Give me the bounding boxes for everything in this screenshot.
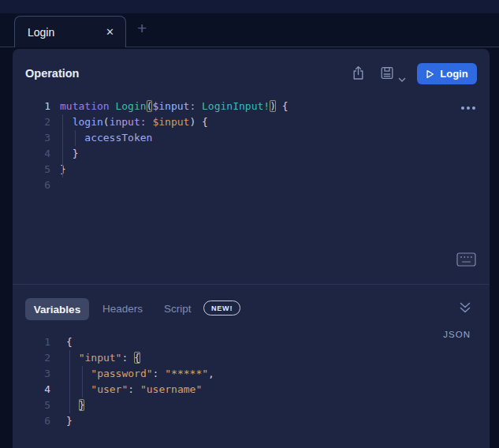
bottom-panel-tabs: Variables Headers Script NEW! [13, 298, 490, 320]
panel-divider [13, 284, 490, 285]
code-line[interactable]: 1mutation Login($input: LoginInput!) { [13, 99, 490, 114]
code-line[interactable]: 5} [13, 162, 490, 177]
line-number: 6 [13, 413, 50, 429]
line-number: 2 [13, 114, 50, 130]
run-button-label: Login [440, 68, 467, 80]
line-number: 1 [13, 334, 50, 350]
operation-card: Operation Login 1mutation Login($input: … [13, 49, 490, 448]
line-number: 3 [13, 130, 50, 146]
code-line[interactable]: 6} [13, 413, 490, 429]
code-text: } [66, 413, 73, 429]
code-text: mutation Login($input: LoginInput!) { [60, 99, 289, 114]
line-number: 5 [13, 398, 50, 413]
code-line[interactable]: 1{ [13, 334, 490, 350]
keyboard-shortcuts-icon[interactable] [456, 252, 476, 270]
code-text: "user": "username" [66, 382, 202, 398]
line-number: 5 [13, 162, 50, 177]
indent-guide [62, 114, 63, 177]
code-line[interactable]: 6 [13, 177, 490, 193]
code-line[interactable]: 2 login(input: $input) { [13, 114, 490, 130]
tab-login[interactable]: Login ✕ [14, 16, 126, 47]
code-text: "input": { [66, 350, 140, 366]
top-toolbar-strip [0, 0, 499, 13]
code-line[interactable]: 3 "password": "*****", [13, 366, 490, 382]
line-number: 3 [13, 366, 50, 382]
code-line[interactable]: 3 accessToken [13, 130, 490, 146]
double-chevron-down-icon[interactable] [459, 302, 471, 317]
new-badge: NEW! [203, 301, 240, 315]
save-icon[interactable] [380, 65, 394, 84]
code-text: login(input: $input) { [60, 114, 208, 130]
code-line[interactable]: 4 "user": "username" [13, 382, 490, 398]
variables-editor[interactable]: 1{2 "input": {3 "password": "*****",4 "u… [13, 334, 490, 448]
code-line[interactable]: 2 "input": { [13, 350, 490, 366]
tab-bar: Login ✕ + [0, 13, 499, 47]
indent-guide [69, 350, 70, 413]
line-number: 4 [13, 146, 50, 162]
more-ellipsis-icon[interactable] [459, 104, 478, 112]
play-icon [426, 69, 434, 79]
indent-guide [82, 366, 83, 398]
code-text: { [66, 334, 73, 350]
tab-variables[interactable]: Variables [25, 298, 89, 320]
line-number: 4 [13, 382, 50, 398]
line-number: 6 [13, 177, 50, 193]
code-text: "password": "*****", [66, 366, 214, 382]
share-icon[interactable] [352, 65, 365, 84]
line-number: 1 [13, 99, 50, 114]
tab-label: Login [15, 26, 106, 39]
code-line[interactable]: 4 } [13, 146, 490, 162]
graphql-ide-window: { "colors": { "accent_blue": "#2f6ae0", … [0, 0, 499, 448]
tab-script[interactable]: Script [164, 298, 192, 320]
add-tab-button[interactable]: + [137, 17, 147, 40]
code-line[interactable]: 5 } [13, 398, 490, 413]
close-icon[interactable]: ✕ [106, 26, 125, 38]
operation-editor[interactable]: 1mutation Login($input: LoginInput!) {2 … [13, 99, 490, 284]
panel-title: Operation [25, 67, 79, 80]
line-number: 2 [13, 350, 50, 366]
code-text: accessToken [60, 130, 152, 146]
run-login-button[interactable]: Login [417, 63, 477, 84]
tab-headers[interactable]: Headers [102, 298, 143, 320]
chevron-down-icon[interactable] [398, 72, 406, 86]
indent-guide [75, 130, 76, 146]
